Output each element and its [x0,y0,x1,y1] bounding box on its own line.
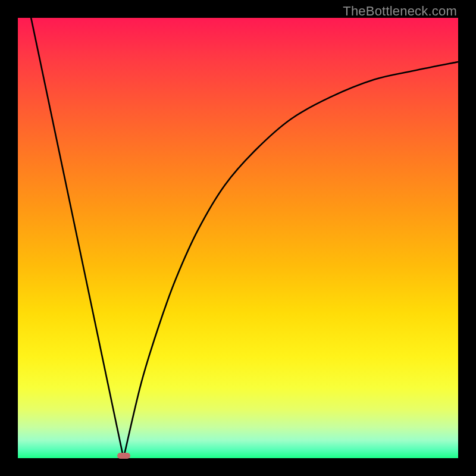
bottleneck-curve [31,18,458,458]
chart-frame: TheBottleneck.com [0,0,476,476]
optimum-marker [117,453,130,459]
plot-area [18,18,458,458]
curve-svg [18,18,458,458]
watermark-text: TheBottleneck.com [343,4,457,19]
